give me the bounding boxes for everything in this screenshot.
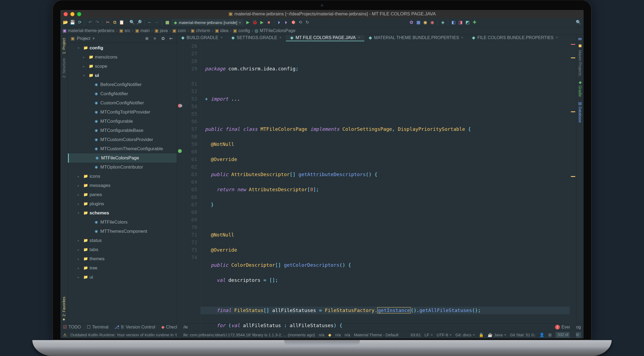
breadcrumb-item[interactable]: ◎MTFileColorsPage <box>255 28 295 34</box>
tree-folder-item[interactable]: ▸📁messages <box>68 181 177 190</box>
build-icon[interactable]: ▦ <box>164 20 170 26</box>
contrast-icon[interactable]: ◉ <box>429 20 435 26</box>
close-tab-icon[interactable]: × <box>461 35 463 40</box>
back-icon[interactable]: ← <box>147 20 153 26</box>
tree-class-item[interactable]: ◉BeforeConfigNotifier <box>68 80 177 89</box>
tree-arrow-icon[interactable]: ▸ <box>83 64 87 69</box>
tree-arrow-icon[interactable]: ▸ <box>78 275 81 280</box>
breadcrumb-item[interactable]: ▣java <box>155 28 168 34</box>
tree-folder-item[interactable]: ▸📁panes <box>68 190 177 199</box>
code-content[interactable]: package com.chrisrm.idea.config; + impor… <box>201 41 570 338</box>
structure-tool-tab[interactable]: 2: Structure <box>61 57 67 79</box>
error-stripe[interactable] <box>570 41 576 338</box>
plugin-icon[interactable]: ✚ <box>471 20 477 26</box>
breadcrumb-item[interactable]: ▣idea <box>215 28 228 34</box>
hide-icon[interactable]: ⇤ <box>168 36 174 42</box>
tree-class-item[interactable]: ◉ConfigNotifier <box>68 89 177 98</box>
tree-folder-item[interactable]: ▸📁themes <box>68 254 177 263</box>
editor[interactable]: 2627282951525354555657585960616263646566… <box>177 41 576 338</box>
stop-icon[interactable]: ■ <box>266 20 272 26</box>
database-tool-tab[interactable]: ▤ Database <box>577 100 583 124</box>
attach-icon[interactable]: ⏵ <box>283 20 289 26</box>
close-tab-icon[interactable]: × <box>556 35 558 40</box>
editor-tab[interactable]: ◆FILE COLORS BUNDLE.PROPERTIES× <box>468 35 562 41</box>
target-icon[interactable]: ⊕ <box>144 36 150 42</box>
search-everywhere-icon[interactable]: 🔍 <box>576 20 581 26</box>
tree-arrow-icon[interactable]: ▸ <box>78 257 81 261</box>
sync-icon[interactable]: ⟳ <box>77 20 83 26</box>
coverage-icon[interactable]: ▶ <box>259 20 265 26</box>
tree-class-item[interactable]: ◉MTCustomThemeConfigurable <box>68 144 177 153</box>
tree-folder-item[interactable]: ▸📁icons <box>68 172 177 181</box>
close-tab-icon[interactable]: × <box>220 35 222 40</box>
tree-class-item[interactable]: ◉CustomConfigNotifier <box>68 98 177 108</box>
debug-icon[interactable]: 🐞 <box>252 20 258 26</box>
tree-arrow-icon[interactable]: ▸ <box>78 193 81 197</box>
gear-small-icon[interactable]: ✿ <box>160 36 166 42</box>
run-icon[interactable]: ▶ <box>245 20 251 26</box>
history-icon[interactable]: ↻ <box>304 20 310 26</box>
paste-icon[interactable]: 📋 <box>119 20 125 26</box>
struct1-icon[interactable]: ◧ <box>450 20 456 26</box>
breadcrumb-item[interactable]: ▣com <box>172 28 186 34</box>
tree-class-item[interactable]: ◉MTConfigurable <box>68 117 177 126</box>
save-icon[interactable]: 💾 <box>70 20 76 26</box>
tree-arrow-icon[interactable]: ▸ <box>83 55 87 60</box>
struct2-icon[interactable]: ◨ <box>457 20 463 26</box>
maximize-window-button[interactable] <box>77 12 81 16</box>
breadcrumb-item[interactable]: ▣material-theme-jetbrains <box>63 28 115 34</box>
close-tab-icon[interactable]: × <box>358 35 360 40</box>
breadcrumb-item[interactable]: ▣main <box>135 28 150 34</box>
tree-class-item[interactable]: ◉MTConfigTopHitProvider <box>68 108 177 117</box>
editor-tab[interactable]: ◆MT FILE COLORS PAGE.JAVA× <box>286 35 364 41</box>
todo-tab[interactable]: ☑TODO <box>63 324 81 330</box>
redo-icon[interactable]: ↷ <box>94 20 100 26</box>
jfr-icon[interactable]: ⬢ <box>290 20 296 26</box>
tree-folder-item[interactable]: ▸📁menuIcons <box>68 53 177 62</box>
project-tree[interactable]: ▾📁config▸📁menuIcons▸📁scope▾📁ui◉BeforeCon… <box>68 43 177 323</box>
tree-folder-item[interactable]: ▸📁status <box>68 236 177 245</box>
tree-class-item[interactable]: ◉MTCustomColorsProvider <box>68 135 177 144</box>
tree-class-item[interactable]: ◉MTFileColors <box>68 218 177 227</box>
forward-icon[interactable]: → <box>154 20 160 26</box>
close-window-button[interactable] <box>64 12 68 16</box>
vcs-tab[interactable]: ⎇9: Version Control <box>114 324 155 330</box>
tree-arrow-icon[interactable]: ▾ <box>78 211 81 215</box>
editor-tab[interactable]: ◆BUILD.GRADLE× <box>177 35 227 41</box>
gear-icon[interactable]: ✿ <box>408 20 414 26</box>
tree-arrow-icon[interactable]: ▸ <box>78 266 81 271</box>
tree-arrow-icon[interactable]: ▸ <box>78 202 81 206</box>
run-config-selector[interactable]: ◆ material-theme-jetbrains [runIde] ▾ <box>171 19 244 26</box>
tree-folder-item[interactable]: ▾📁ui <box>68 71 177 80</box>
tree-class-item[interactable]: ◉MTThemesComponent <box>68 227 177 236</box>
tree-class-item[interactable]: ◉MTConfigurableBase <box>68 126 177 135</box>
tree-folder-item[interactable]: ▸📁tree <box>68 263 177 273</box>
collapse-icon[interactable]: ≡ <box>152 36 158 42</box>
breadcrumb-item[interactable]: ▣chrisrm <box>191 28 210 34</box>
tree-arrow-icon[interactable]: ▸ <box>78 238 81 243</box>
tree-folder-item[interactable]: ▸📁tabs <box>68 245 177 254</box>
editor-tab[interactable]: ◆SETTINGS.GRADLE× <box>227 35 286 41</box>
reload-icon[interactable]: ⟲ <box>297 20 303 26</box>
find-icon[interactable]: 🔍 <box>129 20 135 26</box>
badge-icon[interactable]: ◈ <box>440 20 446 26</box>
tree-class-item[interactable]: ◉MTFileColorsPage <box>68 153 177 163</box>
replace-icon[interactable]: 🔎 <box>136 20 142 26</box>
chevron-down-icon[interactable]: ▾ <box>93 36 95 42</box>
tree-class-item[interactable]: ◉MTOptionContributor <box>68 163 177 172</box>
tree-arrow-icon[interactable]: ▸ <box>78 248 81 252</box>
cut-icon[interactable]: ✂ <box>105 20 111 26</box>
breadcrumb-item[interactable]: ▣src <box>119 28 130 34</box>
gradle-tool-tab[interactable]: ◆ Gradle <box>577 78 583 98</box>
minimize-window-button[interactable] <box>70 12 74 16</box>
breadcrumb-item[interactable]: ▣config <box>233 28 250 34</box>
tree-folder-item[interactable]: ▾📁schemes <box>68 208 177 218</box>
tree-folder-item[interactable]: ▸📁ui <box>68 273 177 282</box>
tree-arrow-icon[interactable]: ▾ <box>78 46 81 50</box>
tree-arrow-icon[interactable]: ▾ <box>83 73 87 78</box>
copy-icon[interactable]: ⧉ <box>112 20 118 26</box>
tree-folder-item[interactable]: ▸📁plugins <box>68 199 177 208</box>
favorites-tool-tab[interactable]: ★ 2: Favorites <box>61 295 67 323</box>
undo-icon[interactable]: ↶ <box>87 20 93 26</box>
open-icon[interactable]: 📂 <box>63 20 68 26</box>
